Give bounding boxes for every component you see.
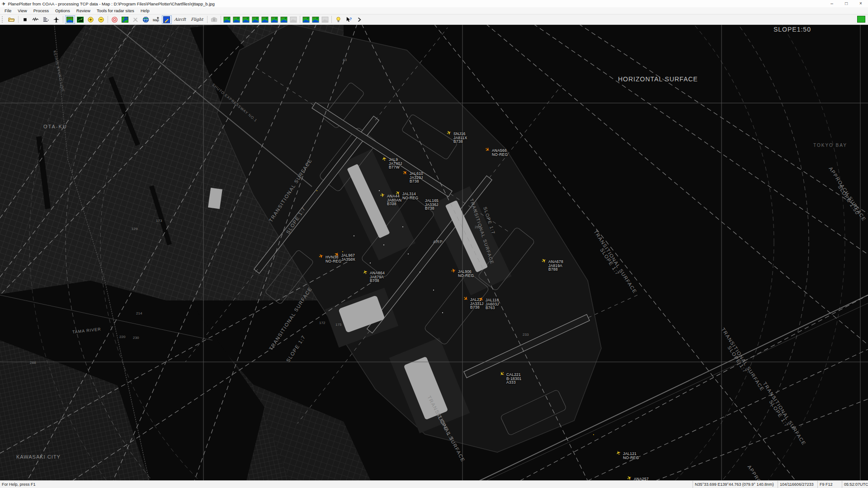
map-view-button[interactable] [65, 15, 75, 24]
aircraft-label: ANA864 JA879A B738 [370, 271, 385, 283]
maximize-button[interactable]: □ [839, 0, 854, 7]
window-title: PlanePlotter from COAA - processing TCP … [8, 1, 214, 6]
flight-button[interactable]: Flight [189, 15, 205, 24]
data-status-indicator[interactable] [857, 16, 865, 23]
setup-button[interactable] [120, 15, 130, 24]
chart-preset-1-button[interactable] [222, 15, 231, 24]
zoomout-icon [98, 16, 104, 23]
aircraft-label: JAL967 JA350X [341, 253, 355, 261]
chart-preset-11-button[interactable] [321, 15, 330, 24]
folder-icon [8, 16, 15, 23]
close-button[interactable]: × [854, 0, 868, 7]
tools-button[interactable] [131, 15, 141, 24]
map-plus-button[interactable] [151, 15, 161, 24]
radar-icon [77, 16, 84, 23]
aircraft-jal118[interactable]: ✈JAL118 JA603J B763 [481, 299, 481, 300]
aircraft-ana44[interactable]: ✈ANA44 JA80AN B738 [382, 195, 383, 196]
aircft-button[interactable]: Aircft [172, 15, 189, 24]
minimize-button[interactable]: – [825, 0, 839, 7]
aircraft-jal610[interactable]: ✈JAL610 JA329J B738 [405, 173, 406, 173]
zoom-out-button[interactable] [96, 15, 106, 24]
plane-icon [53, 16, 60, 23]
aircraft-ana678[interactable]: ✈ANA678 JA819A B788 [544, 261, 544, 261]
position-plot-dot [354, 235, 354, 236]
spot-elevation: 260 [475, 225, 481, 229]
toolbar: AircftFlight [0, 14, 868, 25]
aircraft-view-button[interactable] [52, 15, 61, 24]
record-button[interactable] [110, 15, 120, 24]
aircraft-label: JAL121 NO-REG [623, 452, 639, 460]
spot-elevation: 129 [132, 227, 137, 231]
chart-preset-4-button[interactable] [251, 15, 260, 24]
chevron-icon [356, 16, 363, 23]
record-icon [111, 16, 118, 23]
toolbar-grip[interactable] [2, 16, 5, 23]
levels-icon [42, 16, 49, 23]
menu-help[interactable]: Help [137, 8, 153, 14]
aircraft-jal9[interactable]: ✈JAL9 JA740J B77W [384, 159, 385, 159]
menu-options[interactable]: Options [52, 8, 73, 14]
aircraft-ana566[interactable]: ✈ANA566 NO-REG [487, 150, 488, 150]
chart-preset-7-button[interactable] [279, 15, 288, 24]
chart-preset-5-button[interactable] [260, 15, 269, 24]
map-viewport[interactable]: SLOPE1:50HORIZONTAL SURFACETOKYO BAYOTA-… [0, 24, 868, 481]
aircraft-jal906[interactable]: ✈JAL906 NO-REG [453, 271, 454, 271]
stop-button[interactable] [20, 15, 30, 24]
chart-preset-10-button[interactable] [311, 15, 320, 24]
mapgreen-icon [66, 16, 73, 23]
spot-elevation: 233 [523, 333, 528, 337]
aircraft-jal121[interactable]: ✈JAL121 NO-REG [618, 453, 619, 453]
aircraft-label: ANA678 JA819A B788 [548, 260, 563, 272]
radar-view-button[interactable] [75, 15, 85, 24]
menu-tools-for-radar-sites[interactable]: Tools for radar sites [94, 8, 137, 14]
zoomin-icon [87, 16, 94, 23]
minimap-icon [312, 17, 319, 23]
minimap-icon [223, 17, 231, 23]
position-plot-dot [420, 272, 420, 272]
chart-preset-6-button[interactable] [270, 15, 279, 24]
aircraft-ana257[interactable]: ✈ANA257 [629, 478, 630, 479]
signal-button[interactable] [31, 15, 41, 24]
aircraft-jal967[interactable]: ✈JAL967 JA350X [337, 254, 337, 255]
chart-preset-9-button[interactable] [302, 15, 311, 24]
aircraft-ana864[interactable]: ✈ANA864 JA879A B738 [365, 272, 366, 272]
chart-preset-2-button[interactable] [232, 15, 241, 24]
minimap-icon [242, 17, 250, 23]
minimap-icon [302, 17, 310, 23]
signal-icon [32, 16, 39, 23]
bulb-icon [335, 16, 342, 23]
aircraft-label: JAL9 JA740J B77W [389, 158, 402, 169]
map-label-kawasaki-city: KAWASAKI CITY [16, 455, 61, 460]
context-help-button[interactable] [344, 15, 354, 24]
aircraft-jal165[interactable]: JAL165 JA336J B738 [420, 200, 421, 200]
position-plot-dot [408, 253, 409, 254]
status-help-text: For Help, press F1 [0, 481, 693, 488]
camera-button[interactable] [209, 15, 219, 24]
toolbar-separator [331, 16, 332, 23]
aircraft-hvn38[interactable]: ✈HVN38 NO-REG [321, 256, 321, 257]
aircraft-snj16[interactable]: ✈SNJ16 JA811X B738 [449, 133, 449, 133]
chart-preset-3-button[interactable] [241, 15, 250, 24]
menu-review[interactable]: Review [73, 8, 94, 14]
open-file-button[interactable] [7, 15, 17, 24]
tip-button[interactable] [333, 15, 343, 24]
menu-view[interactable]: View [14, 8, 30, 14]
globe-button[interactable] [141, 15, 151, 24]
status-utc-clock: 05:52:07UTC [842, 481, 868, 488]
aircraft-jal21[interactable]: ✈JAL21 JA331J B738 [466, 299, 466, 299]
menu-process[interactable]: Process [30, 8, 52, 14]
zoom-in-button[interactable] [86, 15, 96, 24]
levels-button[interactable] [41, 15, 51, 24]
position-plot-dot [442, 312, 443, 313]
menu-file[interactable]: File [1, 8, 14, 14]
aircraft-jal314[interactable]: ✈JAL314 NO-REG [398, 193, 398, 193]
position-plot-dot [593, 434, 594, 435]
aircraft-cal221[interactable]: ✈CAL221 B-18301 A333 [502, 374, 502, 374]
aircraft-label: JAL314 NO-REG [402, 192, 418, 200]
toolbar-separator [18, 16, 19, 23]
edit-button[interactable] [162, 15, 172, 24]
more-tools-button[interactable] [354, 15, 364, 24]
minimap-icon [271, 17, 278, 23]
chart-preset-8-button[interactable] [289, 15, 298, 24]
edit-icon [163, 16, 170, 23]
